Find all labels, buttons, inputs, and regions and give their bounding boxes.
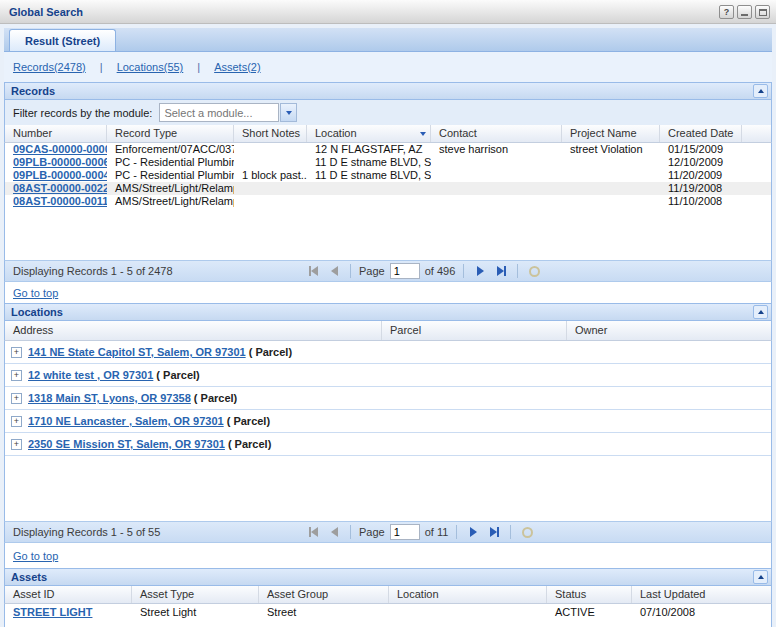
location-cell: 12 N FLAGSTAFF, AZ [307, 143, 431, 156]
maximize-icon[interactable] [755, 5, 770, 19]
table-row[interactable]: STREET LIGHT Street Light Street ACTIVE … [5, 604, 771, 620]
column-menu-icon[interactable] [420, 132, 426, 136]
summary-links-row: Records(2478) | Locations(55) | Assets(2… [4, 52, 772, 82]
maximize-glyph [759, 9, 767, 16]
record-number-link[interactable]: 08AST-00000-00226 [13, 182, 107, 194]
go-to-top-link[interactable]: Go to top [13, 550, 58, 562]
created-date-cell: 11/19/2008 [660, 182, 742, 195]
record-number-link[interactable]: 08AST-00000-00119 [13, 195, 107, 207]
records-collapse-button[interactable] [753, 84, 768, 98]
table-row[interactable]: 09PLB-00000-00045 PC - Residential Plumb… [5, 169, 771, 182]
column-header-contact[interactable]: Contact [431, 125, 562, 142]
address-link[interactable]: 141 NE State Capitol ST, Salem, OR 97301 [28, 346, 246, 358]
divider [350, 525, 351, 539]
table-row[interactable]: 09PLB-00000-00066 PC - Residential Plumb… [5, 156, 771, 169]
column-header-filler [742, 125, 771, 142]
list-item[interactable]: 1710 NE Lancaster , Salem, OR 97301 ( Pa… [5, 410, 771, 433]
prev-triangle [331, 527, 338, 537]
first-page-icon[interactable] [305, 524, 321, 540]
column-header-short-notes[interactable]: Short Notes [234, 125, 307, 142]
next-page-icon[interactable] [472, 263, 488, 279]
locations-display-status: Displaying Records 1 - 5 of 55 [5, 526, 160, 538]
column-header-asset-group[interactable]: Asset Group [259, 586, 389, 603]
column-header-project-name[interactable]: Project Name [562, 125, 660, 142]
prev-page-icon[interactable] [326, 263, 342, 279]
expand-icon[interactable] [11, 439, 22, 450]
refresh-icon[interactable] [526, 263, 542, 279]
refresh-circle [522, 527, 533, 538]
assets-count-link[interactable]: Assets(2) [214, 61, 260, 73]
table-row[interactable]: 08AST-00000-00119 AMS/Street/Light/Relam… [5, 195, 771, 208]
column-header-asset-id[interactable]: Asset ID [5, 586, 132, 603]
asset-id-link[interactable]: STREET LIGHT [13, 606, 92, 618]
last-triangle [490, 527, 497, 537]
refresh-icon[interactable] [519, 524, 535, 540]
column-header-last-updated[interactable]: Last Updated [632, 586, 771, 603]
address-link[interactable]: 1318 Main ST, Lyons, OR 97358 [28, 392, 191, 404]
asset-location-cell [389, 604, 547, 620]
short-notes-cell: 1 block past... [234, 169, 307, 182]
column-header-status[interactable]: Status [547, 586, 632, 603]
column-header-number[interactable]: Number [5, 125, 107, 142]
expand-icon[interactable] [11, 393, 22, 404]
project-name-cell: street Violation [562, 143, 660, 156]
list-item[interactable]: 2350 SE Mission ST, Salem, OR 97301 ( Pa… [5, 433, 771, 456]
table-row[interactable]: 08AST-00000-00226 AMS/Street/Light/Relam… [5, 182, 771, 195]
refresh-circle [529, 266, 540, 277]
window-titlebar: Global Search [0, 0, 776, 24]
column-header-address[interactable]: Address [5, 321, 382, 340]
column-header-asset-type[interactable]: Asset Type [132, 586, 259, 603]
locations-collapse-button[interactable] [753, 305, 768, 319]
expand-icon[interactable] [11, 347, 22, 358]
created-date-cell: 01/15/2009 [660, 143, 742, 156]
parcel-suffix: ( Parcel) [227, 415, 270, 427]
expand-icon[interactable] [11, 416, 22, 427]
go-to-top-link[interactable]: Go to top [13, 287, 58, 299]
help-icon[interactable] [719, 5, 734, 19]
column-header-record-type[interactable]: Record Type [107, 125, 234, 142]
column-header-owner[interactable]: Owner [567, 321, 771, 340]
short-notes-cell [234, 182, 307, 195]
tab-label: Result (Street) [25, 35, 100, 47]
prev-page-icon[interactable] [326, 524, 342, 540]
column-header-created-date[interactable]: Created Date [660, 125, 742, 142]
page-number-input[interactable] [390, 263, 420, 279]
short-notes-cell [234, 156, 307, 169]
record-number-link[interactable]: 09CAS-00000-00004 [13, 143, 107, 155]
list-item[interactable]: 1318 Main ST, Lyons, OR 97358 ( Parcel) [5, 387, 771, 410]
divider [510, 525, 511, 539]
contact-cell [431, 169, 562, 182]
locations-count-link[interactable]: Locations(55) [117, 61, 184, 73]
column-header-location[interactable]: Location [307, 125, 431, 142]
last-page-icon[interactable] [486, 524, 502, 540]
module-filter-input[interactable] [159, 103, 279, 122]
records-grid-body: 09CAS-00000-00004 Enforcement/07ACC/0379… [4, 143, 772, 260]
column-header-location-label: Location [315, 127, 357, 139]
expand-icon[interactable] [11, 370, 22, 381]
address-link[interactable]: 12 white test , OR 97301 [28, 369, 153, 381]
column-header-parcel[interactable]: Parcel [382, 321, 567, 340]
records-pager-controls: Page of 496 [305, 263, 542, 279]
last-page-icon[interactable] [493, 263, 509, 279]
first-page-icon[interactable] [305, 263, 321, 279]
column-header-location[interactable]: Location [389, 586, 547, 603]
records-count-link[interactable]: Records(2478) [13, 61, 86, 73]
address-link[interactable]: 1710 NE Lancaster , Salem, OR 97301 [28, 415, 224, 427]
record-number-link[interactable]: 09PLB-00000-00066 [13, 156, 107, 168]
assets-grid-body: STREET LIGHT Street Light Street ACTIVE … [4, 604, 772, 627]
next-page-icon[interactable] [465, 524, 481, 540]
list-item[interactable]: 141 NE State Capitol ST, Salem, OR 97301… [5, 341, 771, 364]
assets-collapse-button[interactable] [753, 570, 768, 584]
asset-last-updated-cell: 07/10/2008 [632, 604, 771, 620]
last-triangle [497, 266, 504, 276]
asset-type-cell: Street Light [132, 604, 259, 620]
table-row[interactable]: 09CAS-00000-00004 Enforcement/07ACC/0379… [5, 143, 771, 156]
list-item[interactable]: 12 white test , OR 97301 ( Parcel) [5, 364, 771, 387]
record-type-cell: Enforcement/07ACC/03799/C... [107, 143, 234, 156]
page-number-input[interactable] [390, 524, 420, 540]
tab-result-street[interactable]: Result (Street) [9, 29, 116, 51]
address-link[interactable]: 2350 SE Mission ST, Salem, OR 97301 [28, 438, 225, 450]
minimize-icon[interactable] [737, 5, 752, 19]
record-number-link[interactable]: 09PLB-00000-00045 [13, 169, 107, 181]
module-filter-trigger[interactable] [280, 103, 297, 122]
